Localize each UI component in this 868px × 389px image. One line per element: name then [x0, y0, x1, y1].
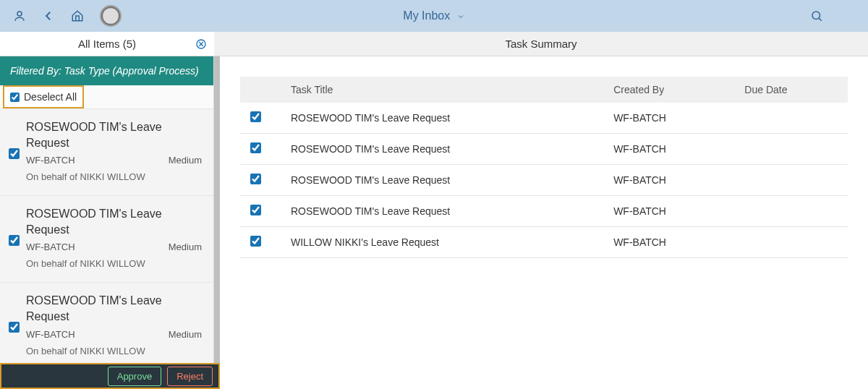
list-item-checkbox[interactable] [9, 322, 20, 333]
row-duedate [734, 227, 848, 258]
list-item-title: ROSEWOOD TIM's Leave Request [26, 119, 202, 150]
row-createdby: WF-BATCH [603, 227, 734, 258]
home-icon[interactable] [71, 9, 84, 22]
user-icon[interactable] [13, 9, 26, 22]
row-checkbox[interactable] [250, 236, 261, 247]
action-footer: Approve Reject [0, 363, 220, 389]
row-title: ROSEWOOD TIM's Leave Request [281, 134, 603, 165]
list-item-checkbox[interactable] [9, 235, 20, 246]
deselect-all[interactable]: Deselect All [3, 85, 84, 108]
shell-left [13, 5, 122, 27]
row-checkbox[interactable] [250, 174, 261, 184]
approve-button[interactable]: Approve [108, 367, 161, 386]
table-row[interactable]: ROSEWOOD TIM's Leave RequestWF-BATCH [240, 103, 848, 134]
row-createdby: WF-BATCH [603, 165, 734, 196]
list-item-behalf: On behalf of NIKKI WILLOW [26, 171, 202, 182]
back-icon[interactable] [42, 9, 55, 22]
row-title: ROSEWOOD TIM's Leave Request [281, 196, 603, 227]
row-checkbox[interactable] [250, 142, 261, 153]
search-icon[interactable] [810, 9, 823, 22]
master-column: Filtered By: Task Type (Approval Process… [0, 56, 214, 389]
reject-button[interactable]: Reject [167, 367, 213, 386]
deselect-all-checkbox[interactable] [10, 93, 20, 102]
list-item-priority: Medium [169, 329, 202, 340]
row-duedate [734, 134, 848, 165]
list-item-priority: Medium [169, 155, 202, 166]
col-duedate: Due Date [734, 77, 848, 103]
col-checkbox [240, 77, 281, 103]
table-row[interactable]: ROSEWOOD TIM's Leave RequestWF-BATCH [240, 165, 848, 196]
row-title: WILLOW NIKKI's Leave Request [281, 227, 603, 258]
close-icon[interactable] [195, 38, 207, 50]
main-area: Filtered By: Task Type (Approval Process… [0, 56, 868, 389]
row-duedate [734, 165, 848, 196]
summary-table: Task Title Created By Due Date ROSEWOOD … [240, 77, 848, 258]
shell-bar: My Inbox [0, 0, 868, 32]
filter-text: Filtered By: Task Type (Approval Process… [10, 65, 199, 77]
list-item-checkbox[interactable] [9, 148, 20, 159]
row-createdby: WF-BATCH [603, 134, 734, 165]
svg-point-0 [17, 12, 22, 16]
task-list: ROSEWOOD TIM's Leave Request WF-BATCH Me… [0, 108, 213, 389]
list-item-behalf: On behalf of NIKKI WILLOW [26, 346, 202, 356]
list-item[interactable]: ROSEWOOD TIM's Leave Request WF-BATCH Me… [0, 109, 213, 196]
detail-title: Task Summary [505, 38, 576, 50]
shell-title: My Inbox [0, 9, 868, 22]
detail-column: Task Title Created By Due Date ROSEWOOD … [220, 56, 868, 389]
svg-point-1 [103, 8, 119, 24]
list-item-behalf: On behalf of NIKKI WILLOW [26, 258, 202, 269]
row-duedate [734, 103, 848, 134]
app-logo-icon [100, 5, 122, 27]
list-item-creator: WF-BATCH [26, 241, 75, 252]
master-header: All Items (5) [0, 32, 214, 56]
table-row[interactable]: ROSEWOOD TIM's Leave RequestWF-BATCH [240, 196, 848, 227]
filter-bar: Filtered By: Task Type (Approval Process… [0, 56, 213, 85]
col-createdby: Created By [603, 77, 734, 103]
svg-point-2 [812, 12, 820, 20]
sub-header: All Items (5) Task Summary [0, 32, 868, 56]
table-row[interactable]: WILLOW NIKKI's Leave RequestWF-BATCH [240, 227, 848, 258]
col-title: Task Title [281, 77, 603, 103]
scrollbar[interactable] [214, 56, 220, 389]
table-row[interactable]: ROSEWOOD TIM's Leave RequestWF-BATCH [240, 134, 848, 165]
deselect-all-label: Deselect All [24, 91, 77, 103]
row-title: ROSEWOOD TIM's Leave Request [281, 103, 603, 134]
list-item[interactable]: ROSEWOOD TIM's Leave Request WF-BATCH Me… [0, 283, 213, 369]
shell-title-button[interactable]: My Inbox [403, 9, 464, 22]
list-item-creator: WF-BATCH [26, 329, 75, 340]
list-item-priority: Medium [169, 241, 202, 252]
list-item-title: ROSEWOOD TIM's Leave Request [26, 206, 202, 237]
chevron-down-icon [456, 12, 465, 21]
svg-line-3 [819, 18, 822, 21]
master-title: All Items (5) [78, 38, 136, 50]
row-checkbox[interactable] [250, 111, 261, 122]
row-checkbox[interactable] [250, 205, 261, 215]
list-item[interactable]: ROSEWOOD TIM's Leave Request WF-BATCH Me… [0, 196, 213, 283]
detail-header: Task Summary [214, 32, 868, 56]
list-item-creator: WF-BATCH [26, 155, 75, 166]
row-createdby: WF-BATCH [603, 103, 734, 134]
row-duedate [734, 196, 848, 227]
list-item-title: ROSEWOOD TIM's Leave Request [26, 293, 202, 324]
row-title: ROSEWOOD TIM's Leave Request [281, 165, 603, 196]
row-createdby: WF-BATCH [603, 196, 734, 227]
